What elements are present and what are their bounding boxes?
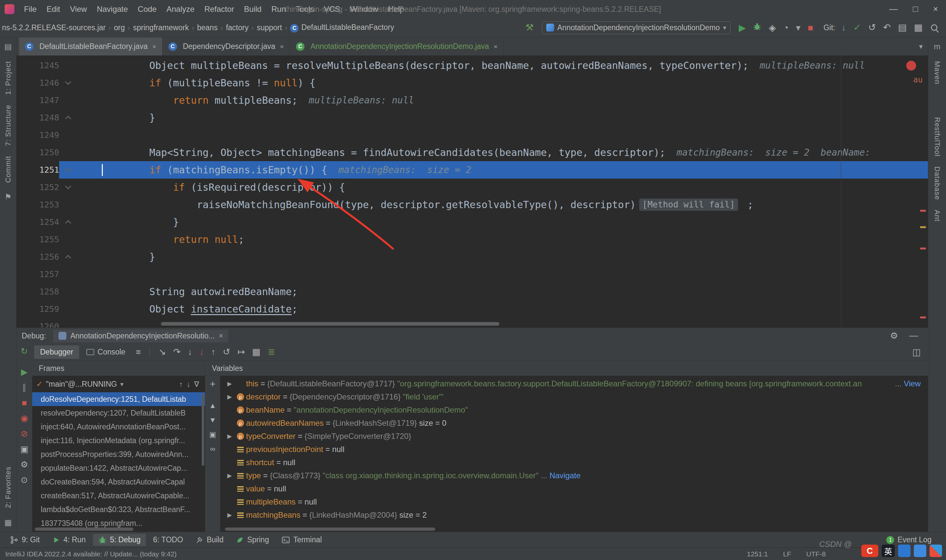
minimize-button[interactable]: —: [889, 4, 898, 14]
sidebar-item-database[interactable]: Database: [933, 166, 941, 200]
editor-tab[interactable]: CAnnotationDependencyInjectionResolution…: [290, 37, 504, 55]
fold-down-icon[interactable]: [59, 161, 77, 178]
resume-button[interactable]: ▶: [21, 368, 28, 376]
tool-window-button-debug[interactable]: 5: Debug: [93, 534, 146, 546]
tool-window-button-spring[interactable]: Spring: [231, 534, 274, 546]
variable-row[interactable]: ▶ptypeConverter = {SimpleTypeConverter@1…: [220, 430, 928, 443]
breadcrumb-item[interactable]: support: [257, 23, 282, 32]
frames-horizontal-scrollbar[interactable]: [35, 528, 133, 531]
tab-console[interactable]: Console: [80, 345, 131, 359]
run-config-selector[interactable]: AnnotationDependencyInjectionResolutionD…: [542, 22, 730, 34]
debug-session-tab[interactable]: AnnotationDependencyInjectionResolutio..…: [53, 329, 228, 342]
previous-frame-button[interactable]: ↑: [177, 380, 185, 388]
variable-row[interactable]: multipleBeans = null: [220, 495, 928, 508]
frame-row[interactable]: populateBean:1422, AbstractAutowireCap..…: [32, 461, 205, 475]
trace-settings-button[interactable]: ≣: [264, 348, 279, 357]
editor-horizontal-scrollbar[interactable]: [161, 322, 499, 326]
fold-down-icon[interactable]: [59, 74, 77, 92]
editor-line[interactable]: 1256 }: [17, 248, 928, 266]
expand-icon[interactable]: ▶: [224, 511, 235, 518]
variable-row[interactable]: pautowiredBeanNames = {LinkedHashSet@171…: [220, 417, 928, 430]
sidebar-item-ant[interactable]: Ant: [933, 210, 941, 222]
menu-edit[interactable]: Edit: [42, 5, 65, 14]
line-ending[interactable]: LF: [783, 550, 791, 558]
editor-line[interactable]: 1255 return null;: [17, 231, 928, 248]
caret-position[interactable]: 1251:1: [747, 550, 768, 558]
error-indicator-badge[interactable]: [906, 61, 916, 71]
tool-window-button-run[interactable]: 4: Run: [47, 534, 91, 546]
debug-button[interactable]: [753, 23, 761, 33]
variable-row[interactable]: ▶pdescriptor = {DependencyDescriptor@171…: [220, 390, 928, 403]
tool-window-button-git[interactable]: 9: Git: [5, 534, 45, 546]
profiler-button[interactable]: ◔: [783, 23, 789, 33]
view-link[interactable]: View: [904, 379, 921, 388]
layout-menu-icon[interactable]: ≡: [133, 347, 144, 357]
run-to-cursor-button[interactable]: ↦: [234, 348, 249, 357]
project-icon[interactable]: ▤: [4, 42, 12, 51]
frame-row[interactable]: doCreateBean:594, AbstractAutowireCapal: [32, 475, 205, 489]
rollback-button[interactable]: ↶: [883, 22, 891, 32]
frame-row[interactable]: postProcessProperties:399, AutowiredAnn.…: [32, 448, 205, 461]
maven-icon[interactable]: m: [934, 42, 940, 51]
variable-row[interactable]: previousInjectionPoint = null: [220, 443, 928, 456]
breadcrumb-item[interactable]: ns-5.2.2.RELEASE-sources.jar: [2, 23, 106, 32]
frame-row[interactable]: inject:116, InjectionMetadata (org.sprin…: [32, 434, 205, 448]
step-over-button[interactable]: ↷: [169, 348, 184, 357]
editor-line[interactable]: 1259 Object instanceCandidate;: [17, 300, 928, 318]
view-breakpoints-button[interactable]: ◉: [21, 414, 28, 423]
expand-icon[interactable]: ▶: [224, 472, 235, 479]
show-watches-toggle[interactable]: ∞: [210, 445, 216, 453]
close-icon[interactable]: ×: [280, 43, 284, 51]
menu-refactor[interactable]: Refactor: [199, 5, 239, 14]
thread-dropdown[interactable]: "main"@...RUNNING: [46, 380, 117, 389]
variables-horizontal-scrollbar[interactable]: [225, 528, 435, 531]
error-stripe-mark[interactable]: [920, 210, 926, 212]
fold-up-icon[interactable]: [59, 248, 77, 266]
variable-row[interactable]: shortcut = null: [220, 456, 928, 469]
thread-dump-button[interactable]: ▣: [20, 445, 29, 453]
editor-line[interactable]: 1245 Object multipleBeans = resolveMulti…: [17, 57, 928, 74]
editor-tab[interactable]: CDependencyDescriptor.java×: [163, 37, 290, 55]
editor-line[interactable]: 1249: [17, 126, 928, 144]
editor-line[interactable]: 1248 }: [17, 109, 928, 126]
error-stripe-mark[interactable]: [920, 248, 926, 249]
close-icon[interactable]: ×: [152, 43, 156, 51]
hide-library-frames-button[interactable]: ∇: [192, 380, 201, 388]
editor-line[interactable]: 1252 if (isRequired(descriptor)) {: [17, 178, 928, 196]
editor-line[interactable]: 1251 if (matchingBeans.isEmpty()) {match…: [17, 161, 928, 178]
copy-value-button[interactable]: ▣: [209, 430, 216, 439]
sidebar-item-project[interactable]: 1: Project: [4, 61, 12, 95]
menu-view[interactable]: View: [65, 5, 92, 14]
frame-row[interactable]: createBean:517, AbstractAutowireCapable.…: [32, 489, 205, 503]
breadcrumb-item[interactable]: org: [114, 23, 125, 32]
frame-row[interactable]: resolveDependency:1207, DefaultListableB: [32, 406, 205, 420]
show-execution-point-button[interactable]: ↘: [155, 348, 170, 357]
menu-build[interactable]: Build: [239, 5, 267, 14]
run-button[interactable]: ▶: [739, 23, 746, 33]
navigate-up-button[interactable]: ▲: [209, 402, 216, 410]
drop-frame-button[interactable]: ↺: [219, 348, 234, 357]
sidebar-item-commit[interactable]: Commit: [4, 156, 12, 183]
expand-icon[interactable]: ▶: [224, 432, 235, 440]
sidebar-item-maven[interactable]: Maven: [933, 61, 941, 85]
editor-line[interactable]: 1247 return multipleBeans;multipleBeans:…: [17, 92, 928, 109]
chevron-down-icon[interactable]: ▾: [120, 380, 123, 388]
hide-panel-icon[interactable]: —: [909, 331, 918, 341]
tool-window-switcher-icon[interactable]: ▦: [4, 518, 12, 527]
warning-stripe-mark[interactable]: [920, 226, 926, 228]
wrench-icon[interactable]: ⚒: [525, 23, 533, 32]
restore-layout-icon[interactable]: ◫: [912, 347, 926, 357]
variable-row[interactable]: ▶type = {Class@1773} "class org.xiaoge.t…: [220, 469, 928, 482]
step-out-button[interactable]: ↑: [208, 348, 219, 357]
frames-vertical-scrollbar[interactable]: [202, 394, 204, 466]
sidebar-item-favorites[interactable]: 2: Favorites: [4, 466, 12, 508]
error-stripe-mark[interactable]: [920, 317, 926, 318]
frame-row[interactable]: doResolveDependency:1251, DefaultListab: [32, 392, 205, 406]
close-button[interactable]: ×: [933, 4, 938, 14]
mute-breakpoints-button[interactable]: ⊘: [21, 429, 28, 438]
editor-tab[interactable]: CDefaultListableBeanFactory.java×: [19, 37, 163, 55]
diff-button[interactable]: ▦: [914, 22, 923, 32]
evaluate-expression-button[interactable]: ▦: [249, 348, 264, 357]
variable-row[interactable]: ▶matchingBeans = {LinkedHashMap@2004} si…: [220, 508, 928, 522]
tool-window-button-build[interactable]: Build: [190, 534, 229, 546]
